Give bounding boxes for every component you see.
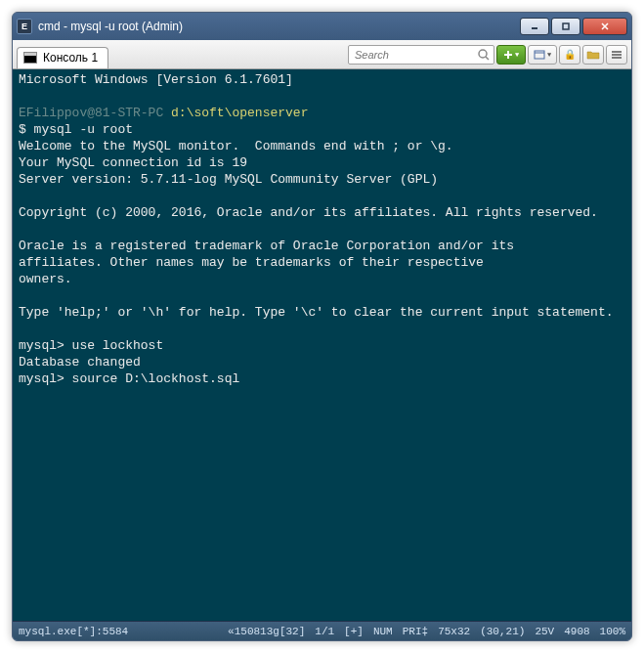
svg-rect-8 [535, 51, 544, 59]
status-size: 75x32 [438, 626, 470, 637]
search-input[interactable] [348, 45, 494, 65]
search-icon [477, 48, 491, 62]
svg-rect-1 [563, 23, 569, 29]
maximize-icon [561, 22, 571, 31]
status-v: 25V [535, 626, 554, 637]
tab-console-1[interactable]: Консоль 1 [17, 47, 108, 68]
status-zoom: 100% [600, 626, 625, 637]
titlebar[interactable]: E cmd - mysql -u root (Admin) [13, 13, 631, 40]
close-button[interactable] [582, 18, 627, 35]
status-mem: 4908 [564, 626, 589, 637]
console-icon [23, 52, 37, 64]
status-mode: [+] [344, 626, 364, 637]
status-process: mysql.exe[*]:5584 [19, 626, 128, 637]
statusbar: mysql.exe[*]:5584 «150813g[32] 1/1 [+] N… [13, 621, 631, 640]
plus-icon [503, 50, 513, 60]
chevron-down-icon: ▼ [515, 51, 519, 59]
status-cursor: (30,21) [480, 626, 525, 637]
open-folder-button[interactable] [582, 45, 604, 65]
minimize-button[interactable] [520, 18, 549, 35]
status-encoding: «150813g[32] [228, 626, 305, 637]
terminal-output[interactable]: Microsoft Windows [Version 6.1.7601] EFi… [13, 69, 631, 621]
hamburger-icon [611, 50, 623, 60]
lock-button[interactable]: 🔒 [559, 45, 580, 65]
status-lines: 1/1 [315, 626, 334, 637]
folder-icon [586, 49, 600, 61]
app-window: E cmd - mysql -u root (Admin) Консоль 1 [12, 12, 632, 641]
chevron-down-icon: ▼ [547, 51, 551, 59]
new-tab-button[interactable]: ▼ [496, 45, 526, 65]
status-pri: PRI‡ [403, 626, 428, 637]
lock-icon: 🔒 [564, 49, 576, 61]
window-list-button[interactable]: ▼ [528, 45, 557, 65]
tab-label: Консоль 1 [43, 51, 98, 65]
search-wrap [348, 45, 494, 65]
status-num: NUM [373, 626, 393, 637]
window-title: cmd - mysql -u root (Admin) [38, 20, 520, 33]
window-icon [534, 50, 545, 60]
toolbar: Консоль 1 ▼ ▼ 🔒 [13, 40, 631, 69]
svg-line-5 [486, 57, 489, 60]
minimize-icon [530, 22, 539, 31]
window-controls [520, 18, 627, 35]
maximize-button[interactable] [551, 18, 580, 35]
close-icon [600, 22, 610, 31]
menu-button[interactable] [606, 45, 627, 65]
app-icon: E [17, 19, 32, 34]
svg-point-4 [479, 50, 487, 58]
